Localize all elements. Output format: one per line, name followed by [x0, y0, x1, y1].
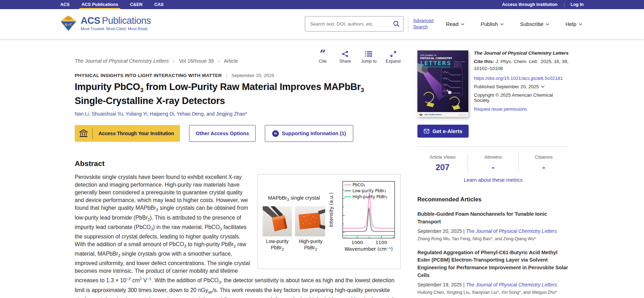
crystal-panel-title: MAPbBr3 single crystal: [268, 194, 320, 203]
topbar-link-cen[interactable]: C&EN: [130, 0, 142, 9]
metrics-section: Article Views 207 Altmetric - Citations …: [417, 146, 569, 183]
jump-to-list-icon: [365, 51, 373, 57]
advanced-search-link[interactable]: Advanced Search: [413, 18, 438, 30]
breadcrumb-issue-link[interactable]: Vol 16/Issue 39: [179, 58, 214, 64]
topbar-link-cas[interactable]: CAS: [154, 0, 163, 9]
svg-text:Wavenumber (cm⁻¹): Wavenumber (cm⁻¹): [344, 246, 393, 252]
supporting-information-button[interactable]: SI Supporting Information (1): [265, 125, 353, 142]
special-issue-label[interactable]: PHYSICAL INSIGHTS INTO LIGHT INTERACTING…: [75, 73, 222, 78]
expand-button[interactable]: Expand: [386, 50, 401, 64]
cover-footer-brand: ACS Publications: [424, 113, 442, 116]
recommended-articles-heading: Recommended Articles: [417, 196, 569, 203]
search-area: Advanced Search: [305, 16, 438, 32]
journal-cover-image[interactable]: THE JOURNAL OF PHYSICAL CHEMISTRY LETTER…: [417, 50, 468, 117]
svg-text:PbCO₃: PbCO₃: [353, 182, 365, 187]
svg-text:October 2, 2025: October 2, 2025: [454, 61, 465, 63]
crystal-captions: Low-purityPbBr2 High-purityPbBr2: [262, 238, 326, 252]
jump-to-button[interactable]: Jump to: [361, 50, 376, 64]
topbar-divider: [564, 2, 564, 7]
menu-help[interactable]: Help: [565, 21, 582, 27]
published-date-row[interactable]: Published September 20, 2025: [474, 84, 569, 89]
recommended-article-journal-link[interactable]: The Journal of Physical Chemistry Letter…: [466, 282, 557, 287]
low-purity-crystal-photo: [263, 206, 292, 236]
other-access-label: Other Access Options: [196, 131, 249, 136]
recommended-article-title[interactable]: Regulated Aggregation of Phenyl-C61-Buty…: [417, 249, 569, 279]
chevron-down-icon: [546, 23, 549, 25]
author-list[interactable]: Nan Li, Shuaishuai Yu, Yuliang Yi, Haipe…: [75, 111, 401, 117]
cover-journal-line1: THE JOURNAL OF: [420, 54, 437, 57]
published-date: Published September 20, 2025: [474, 84, 539, 89]
cover-journal-line3: LETTERS: [420, 60, 451, 67]
copyright-line: Copyright © 2025 American Chemical Socie…: [474, 92, 569, 103]
access-through-institution-link[interactable]: Access through institution: [502, 2, 557, 7]
breadcrumb: The Journal of Physical Chemistry Letter…: [75, 58, 238, 64]
brand-nav: ACS ACS Publications C&EN CAS: [60, 0, 163, 9]
search-divider: [408, 16, 408, 32]
cite-label: Cite: [319, 59, 327, 64]
chevron-down-icon: [461, 23, 464, 25]
logo-acs: ACS: [81, 15, 100, 26]
share-button[interactable]: Share: [338, 50, 352, 64]
recommended-article-item: Regulated Aggregation of Phenyl-C61-Buty…: [417, 249, 569, 295]
logo-text: ACSPublications Most Trusted. Most Cited…: [81, 15, 151, 31]
chevron-down-icon: [500, 23, 504, 25]
share-icon: [342, 50, 349, 57]
learn-about-metrics-link[interactable]: Learn about these metrics: [417, 177, 569, 183]
jump-to-label: Jump to: [361, 59, 376, 64]
chevron-down-icon: [579, 23, 582, 25]
search-icon[interactable]: [393, 20, 400, 27]
citation-journal-title[interactable]: The Journal of Physical Chemistry Letter…: [474, 50, 569, 56]
topbar-link-acs-publications[interactable]: ACS Publications: [81, 0, 118, 9]
logo-tagline: Most Trusted. Most Cited. Most Read.: [81, 27, 151, 31]
menu-publish[interactable]: Publish: [481, 21, 504, 27]
recommended-article-date: September 20, 2025: [417, 228, 462, 234]
other-access-options-button[interactable]: Other Access Options: [189, 125, 256, 142]
topbar-link-acs[interactable]: ACS: [60, 0, 69, 9]
menu-publish-label: Publish: [481, 21, 498, 27]
svg-text:1000: 1000: [351, 240, 363, 245]
sidebar: THE JOURNAL OF PHYSICAL CHEMISTRY LETTER…: [417, 39, 569, 298]
crystal-photos-panel: MAPbBr3 single crystal: [261, 178, 327, 266]
metric-value: -: [519, 162, 569, 172]
access-institution-button[interactable]: Access Through Your Institution: [75, 125, 180, 142]
get-e-alerts-button[interactable]: Get e-Alerts: [417, 125, 469, 138]
get-e-alerts-label: Get e-Alerts: [432, 128, 462, 134]
request-reuse-permissions-link[interactable]: Request reuse permissions: [474, 107, 569, 112]
breadcrumb-separator: ›: [218, 58, 220, 64]
recommended-article-authors: Zhang-Rong Wu, Tao Feng, Ning Bao*, and …: [417, 236, 569, 241]
menu-subscribe[interactable]: Subscribe: [520, 21, 549, 27]
metrics-row: Article Views 207 Altmetric - Citations …: [417, 154, 569, 172]
menu-help-label: Help: [565, 21, 576, 27]
chevron-down-icon: [541, 85, 545, 88]
metric-citations: Citations -: [518, 154, 569, 172]
breadcrumb-journal-link[interactable]: The Journal of Physical Chemistry Letter…: [75, 58, 169, 64]
ftir-spectrum-chart: 10001100Wavenumber (cm⁻¹)Intensity (a.u.…: [328, 178, 397, 263]
svg-text:Number 39: Number 39: [454, 65, 462, 67]
article-column: The Journal of Physical Chemistry Letter…: [75, 39, 401, 298]
graphical-abstract-figure[interactable]: MAPbBr3 single crystal: [257, 174, 401, 269]
cite-button[interactable]: ” Cite: [316, 50, 329, 64]
section-divider: |: [226, 73, 227, 78]
recommended-article-journal-link[interactable]: The Journal of Physical Chemistry Letter…: [466, 228, 557, 234]
acs-publications-logo[interactable]: A⚖C ACSPublications Most Trusted. Most C…: [60, 15, 151, 31]
acs-eagle-icon: A⚖C: [60, 15, 77, 31]
expand-icon: [390, 50, 397, 57]
header-menus: Read Publish Subscribe Help: [446, 9, 582, 39]
recommended-article-authors: Huilong Chen, Xingting Liu, Xiaoyuan Liu…: [417, 290, 569, 295]
recommended-article-title[interactable]: Bubble-Guided Foam Nanochannels for Tuna…: [417, 210, 569, 226]
breadcrumb-article: Article: [224, 58, 238, 64]
menu-read[interactable]: Read: [446, 21, 464, 27]
supporting-information-label: Supporting Information (1): [282, 131, 346, 136]
svg-text:Volume 16: Volume 16: [454, 63, 461, 65]
citation-block: The Journal of Physical Chemistry Letter…: [474, 50, 569, 117]
special-issue-row: PHYSICAL INSIGHTS INTO LIGHT INTERACTING…: [75, 73, 401, 78]
search-input[interactable]: [310, 21, 393, 27]
expand-label: Expand: [386, 59, 401, 64]
metric-value: -: [468, 162, 518, 172]
metric-label: Citations: [519, 154, 569, 160]
login-link[interactable]: Log In: [571, 2, 584, 7]
article-actions: ” Cite Share: [316, 50, 401, 64]
doi-link[interactable]: https://doi.org/10.1021/acs.jpclett.5c02…: [474, 76, 569, 81]
metric-label: Altmetric: [468, 154, 518, 160]
svg-text:Low-purity PbBr₂: Low-purity PbBr₂: [353, 188, 386, 193]
